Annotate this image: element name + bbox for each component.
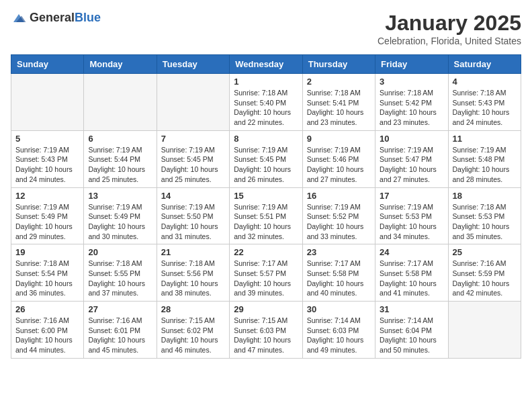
day-number: 21 bbox=[161, 247, 225, 257]
calendar-cell: 18Sunrise: 7:18 AM Sunset: 5:53 PM Dayli… bbox=[448, 187, 521, 244]
calendar-cell: 2Sunrise: 7:18 AM Sunset: 5:41 PM Daylig… bbox=[302, 74, 375, 131]
day-info: Sunrise: 7:17 AM Sunset: 5:57 PM Dayligh… bbox=[234, 259, 298, 298]
logo-icon bbox=[11, 11, 27, 25]
calendar-cell: 12Sunrise: 7:19 AM Sunset: 5:49 PM Dayli… bbox=[11, 187, 84, 244]
day-number: 3 bbox=[380, 77, 443, 87]
calendar-cell: 25Sunrise: 7:16 AM Sunset: 5:59 PM Dayli… bbox=[448, 244, 521, 302]
logo: GeneralBlue bbox=[11, 11, 101, 25]
weekday-header: Saturday bbox=[448, 55, 521, 74]
day-info: Sunrise: 7:18 AM Sunset: 5:40 PM Dayligh… bbox=[234, 88, 298, 128]
logo-general: General bbox=[30, 11, 75, 24]
weekday-header: Thursday bbox=[302, 55, 375, 74]
day-info: Sunrise: 7:19 AM Sunset: 5:51 PM Dayligh… bbox=[234, 202, 298, 242]
day-info: Sunrise: 7:16 AM Sunset: 6:01 PM Dayligh… bbox=[88, 316, 152, 355]
calendar-cell: 28Sunrise: 7:15 AM Sunset: 6:02 PM Dayli… bbox=[157, 302, 229, 359]
day-number: 22 bbox=[234, 247, 298, 257]
calendar-cell: 10Sunrise: 7:19 AM Sunset: 5:47 PM Dayli… bbox=[375, 130, 448, 187]
title-area: January 2025 Celebration, Florida, Unite… bbox=[378, 11, 521, 46]
calendar-cell: 7Sunrise: 7:19 AM Sunset: 5:45 PM Daylig… bbox=[157, 130, 229, 187]
day-info: Sunrise: 7:19 AM Sunset: 5:43 PM Dayligh… bbox=[15, 145, 79, 185]
calendar-cell: 24Sunrise: 7:17 AM Sunset: 5:58 PM Dayli… bbox=[375, 244, 448, 302]
day-info: Sunrise: 7:19 AM Sunset: 5:45 PM Dayligh… bbox=[234, 145, 298, 185]
day-info: Sunrise: 7:19 AM Sunset: 5:47 PM Dayligh… bbox=[380, 145, 443, 185]
calendar-cell: 31Sunrise: 7:14 AM Sunset: 6:04 PM Dayli… bbox=[375, 302, 448, 359]
calendar-week-row: 19Sunrise: 7:18 AM Sunset: 5:54 PM Dayli… bbox=[11, 244, 521, 302]
day-number: 31 bbox=[380, 304, 443, 314]
day-info: Sunrise: 7:18 AM Sunset: 5:54 PM Dayligh… bbox=[15, 259, 79, 298]
day-number: 27 bbox=[88, 304, 152, 314]
calendar-cell: 19Sunrise: 7:18 AM Sunset: 5:54 PM Dayli… bbox=[11, 244, 84, 302]
day-number: 8 bbox=[234, 134, 298, 144]
weekday-header: Sunday bbox=[11, 55, 84, 74]
day-info: Sunrise: 7:18 AM Sunset: 5:55 PM Dayligh… bbox=[88, 259, 152, 298]
calendar-cell: 15Sunrise: 7:19 AM Sunset: 5:51 PM Dayli… bbox=[230, 187, 302, 244]
day-info: Sunrise: 7:16 AM Sunset: 6:00 PM Dayligh… bbox=[15, 316, 79, 355]
day-number: 9 bbox=[307, 134, 371, 144]
day-number: 14 bbox=[161, 191, 225, 201]
day-info: Sunrise: 7:19 AM Sunset: 5:49 PM Dayligh… bbox=[88, 202, 152, 242]
calendar-week-row: 26Sunrise: 7:16 AM Sunset: 6:00 PM Dayli… bbox=[11, 302, 521, 359]
calendar-cell: 20Sunrise: 7:18 AM Sunset: 5:55 PM Dayli… bbox=[84, 244, 157, 302]
calendar-cell: 6Sunrise: 7:19 AM Sunset: 5:44 PM Daylig… bbox=[84, 130, 157, 187]
calendar-week-row: 12Sunrise: 7:19 AM Sunset: 5:49 PM Dayli… bbox=[11, 187, 521, 244]
day-number: 16 bbox=[307, 191, 371, 201]
day-number: 7 bbox=[161, 134, 225, 144]
day-info: Sunrise: 7:15 AM Sunset: 6:02 PM Dayligh… bbox=[161, 316, 225, 355]
day-info: Sunrise: 7:14 AM Sunset: 6:03 PM Dayligh… bbox=[307, 316, 371, 355]
month-title: January 2025 bbox=[378, 11, 521, 36]
day-number: 30 bbox=[307, 304, 371, 314]
day-info: Sunrise: 7:19 AM Sunset: 5:45 PM Dayligh… bbox=[161, 145, 225, 185]
calendar-cell: 4Sunrise: 7:18 AM Sunset: 5:43 PM Daylig… bbox=[448, 74, 521, 131]
calendar-cell: 3Sunrise: 7:18 AM Sunset: 5:42 PM Daylig… bbox=[375, 74, 448, 131]
calendar-cell: 9Sunrise: 7:19 AM Sunset: 5:46 PM Daylig… bbox=[302, 130, 375, 187]
calendar-cell: 11Sunrise: 7:19 AM Sunset: 5:48 PM Dayli… bbox=[448, 130, 521, 187]
day-info: Sunrise: 7:19 AM Sunset: 5:44 PM Dayligh… bbox=[88, 145, 152, 185]
location-title: Celebration, Florida, United States bbox=[378, 36, 521, 46]
calendar-cell: 26Sunrise: 7:16 AM Sunset: 6:00 PM Dayli… bbox=[11, 302, 84, 359]
day-number: 25 bbox=[453, 247, 517, 257]
day-number: 23 bbox=[307, 247, 371, 257]
weekday-header: Friday bbox=[375, 55, 448, 74]
day-number: 26 bbox=[15, 304, 79, 314]
calendar-cell bbox=[84, 74, 157, 131]
day-info: Sunrise: 7:19 AM Sunset: 5:52 PM Dayligh… bbox=[307, 202, 371, 242]
day-number: 24 bbox=[380, 247, 443, 257]
day-number: 15 bbox=[234, 191, 298, 201]
calendar-cell: 21Sunrise: 7:18 AM Sunset: 5:56 PM Dayli… bbox=[157, 244, 229, 302]
day-number: 2 bbox=[307, 77, 371, 87]
calendar-cell: 8Sunrise: 7:19 AM Sunset: 5:45 PM Daylig… bbox=[230, 130, 302, 187]
day-info: Sunrise: 7:16 AM Sunset: 5:59 PM Dayligh… bbox=[453, 259, 517, 298]
day-info: Sunrise: 7:18 AM Sunset: 5:56 PM Dayligh… bbox=[161, 259, 225, 298]
day-number: 18 bbox=[453, 191, 517, 201]
calendar-week-row: 1Sunrise: 7:18 AM Sunset: 5:40 PM Daylig… bbox=[11, 74, 521, 131]
logo-text: GeneralBlue bbox=[30, 11, 101, 25]
calendar-cell: 14Sunrise: 7:19 AM Sunset: 5:50 PM Dayli… bbox=[157, 187, 229, 244]
day-number: 29 bbox=[234, 304, 298, 314]
day-number: 10 bbox=[380, 134, 443, 144]
calendar: SundayMondayTuesdayWednesdayThursdayFrid… bbox=[11, 54, 521, 359]
day-number: 1 bbox=[234, 77, 298, 87]
day-number: 20 bbox=[88, 247, 152, 257]
day-info: Sunrise: 7:18 AM Sunset: 5:53 PM Dayligh… bbox=[453, 202, 517, 242]
day-info: Sunrise: 7:18 AM Sunset: 5:42 PM Dayligh… bbox=[380, 88, 443, 128]
day-info: Sunrise: 7:15 AM Sunset: 6:03 PM Dayligh… bbox=[234, 316, 298, 355]
weekday-header: Monday bbox=[84, 55, 157, 74]
calendar-cell: 22Sunrise: 7:17 AM Sunset: 5:57 PM Dayli… bbox=[230, 244, 302, 302]
day-number: 6 bbox=[88, 134, 152, 144]
calendar-cell: 13Sunrise: 7:19 AM Sunset: 5:49 PM Dayli… bbox=[84, 187, 157, 244]
calendar-cell bbox=[157, 74, 229, 131]
calendar-cell: 23Sunrise: 7:17 AM Sunset: 5:58 PM Dayli… bbox=[302, 244, 375, 302]
day-info: Sunrise: 7:18 AM Sunset: 5:43 PM Dayligh… bbox=[453, 88, 517, 128]
day-info: Sunrise: 7:19 AM Sunset: 5:53 PM Dayligh… bbox=[380, 202, 443, 242]
calendar-cell bbox=[11, 74, 84, 131]
weekday-header-row: SundayMondayTuesdayWednesdayThursdayFrid… bbox=[11, 55, 521, 74]
day-number: 12 bbox=[15, 191, 79, 201]
day-info: Sunrise: 7:14 AM Sunset: 6:04 PM Dayligh… bbox=[380, 316, 443, 355]
day-info: Sunrise: 7:19 AM Sunset: 5:50 PM Dayligh… bbox=[161, 202, 225, 242]
calendar-cell: 1Sunrise: 7:18 AM Sunset: 5:40 PM Daylig… bbox=[230, 74, 302, 131]
day-info: Sunrise: 7:17 AM Sunset: 5:58 PM Dayligh… bbox=[307, 259, 371, 298]
day-info: Sunrise: 7:19 AM Sunset: 5:49 PM Dayligh… bbox=[15, 202, 79, 242]
calendar-cell: 30Sunrise: 7:14 AM Sunset: 6:03 PM Dayli… bbox=[302, 302, 375, 359]
calendar-cell: 17Sunrise: 7:19 AM Sunset: 5:53 PM Dayli… bbox=[375, 187, 448, 244]
logo-blue: Blue bbox=[75, 11, 101, 24]
